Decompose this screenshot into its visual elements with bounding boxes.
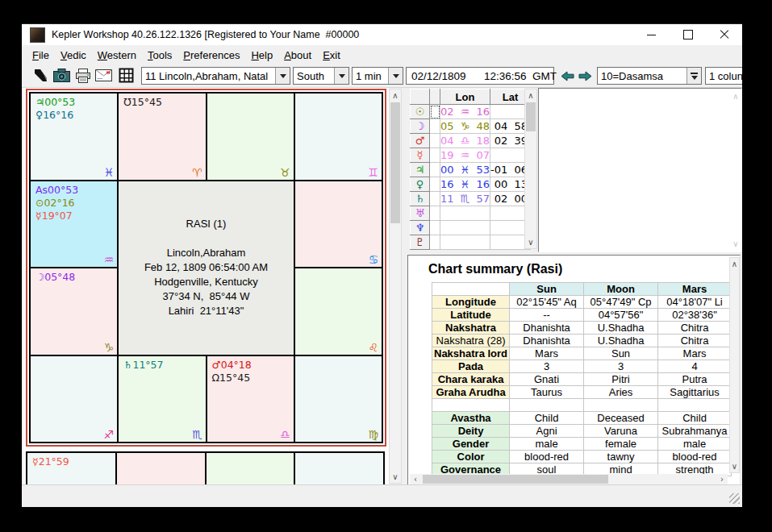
scroll-down-icon[interactable]: ∨ — [390, 471, 401, 483]
mercury-icon[interactable]: ☿ — [411, 148, 430, 163]
chart-info-line: Feb 12, 1809 06:54:00 AM — [144, 260, 268, 275]
scroll-down-icon[interactable]: ∨ — [730, 238, 741, 250]
grid-view-button[interactable] — [117, 66, 136, 85]
select-cell[interactable] — [430, 206, 440, 221]
summary-value-cell: Aries — [584, 386, 658, 399]
varga-select-dropdown-button[interactable] — [686, 68, 701, 84]
sun-icon[interactable]: ☉ — [411, 105, 430, 119]
scroll-down-icon[interactable]: ∨ — [730, 460, 739, 472]
select-cell[interactable] — [430, 235, 440, 250]
style-select[interactable]: South — [293, 67, 349, 85]
varga-select[interactable]: 10=Dasamsa — [597, 67, 702, 85]
lon-cell[interactable]: 04 ♎ 18 — [440, 134, 490, 148]
resize-grip-icon[interactable] — [729, 493, 740, 504]
menu-exit[interactable]: Exit — [317, 47, 346, 64]
select-cell[interactable] — [430, 192, 440, 206]
step-back-button[interactable] — [559, 68, 575, 84]
lon-cell[interactable]: 16 ♓ 16 — [440, 177, 490, 192]
menu-about[interactable]: About — [278, 47, 317, 64]
select-cell[interactable] — [430, 177, 440, 192]
email-button[interactable] — [94, 66, 113, 85]
scrollbar-thumb[interactable] — [526, 102, 536, 131]
neptune-icon[interactable]: ♆ — [411, 221, 430, 235]
mars-icon[interactable]: ♂ — [411, 134, 430, 148]
lon-cell[interactable]: 00 ♓ 53 — [440, 163, 490, 177]
print-button[interactable] — [73, 66, 92, 85]
planet-position: ℧15°45 — [123, 96, 205, 109]
maximize-button[interactable] — [670, 24, 706, 45]
summary-hscrollbar[interactable]: ‹ › — [410, 474, 728, 484]
chart-panel-scrollbar[interactable]: ∧ ∨ — [389, 89, 402, 484]
jupiter-icon[interactable]: ♃ — [411, 163, 430, 177]
uranus-icon[interactable]: ♅ — [411, 206, 430, 221]
menu-western[interactable]: Western — [92, 47, 142, 64]
lon-cell[interactable] — [440, 206, 490, 221]
summary-row-label: Nakshatra (28) — [432, 335, 510, 347]
summary-value-cell: Gnati — [510, 373, 584, 386]
menu-vedic[interactable]: Vedic — [55, 47, 92, 64]
scrollbar-thumb[interactable] — [390, 102, 400, 223]
lon-cell[interactable]: 05 ♑ 48 — [440, 119, 490, 134]
scroll-up-icon[interactable]: ∧ — [730, 258, 739, 270]
menu-file[interactable]: File — [27, 47, 55, 64]
summary-row-label: Nakshatra lord — [432, 347, 510, 360]
lon-cell[interactable]: 02 ♒ 16 — [440, 105, 490, 119]
house-libra: ♂04°18Ω15°45♎ — [207, 356, 294, 443]
saturn-icon[interactable]: ♄ — [411, 192, 430, 206]
datetime-field[interactable]: 02/12/1809 12:36:56 GMT — [406, 67, 554, 85]
planet-table-header: Lon — [440, 89, 490, 105]
close-icon — [720, 30, 729, 39]
house-aries: ℧15°45♈ — [119, 94, 205, 180]
lon-cell[interactable] — [440, 235, 490, 250]
chart-select-dropdown-button[interactable] — [275, 68, 290, 84]
sagittarius-sign-icon: ♐ — [104, 428, 115, 441]
scroll-right-icon[interactable]: › — [716, 473, 728, 485]
step-select[interactable]: 1 min — [352, 67, 403, 85]
select-cell[interactable] — [430, 221, 440, 235]
close-button[interactable] — [706, 24, 742, 45]
house-taurus: ♉ — [207, 94, 294, 180]
summary-row: Colorblood-redtawnyblood-red — [432, 451, 732, 463]
planet-row-neptune: ♆ — [411, 221, 531, 235]
planet-table-scrollbar[interactable]: ∧ ∨ — [524, 89, 537, 249]
venus-icon[interactable]: ♀ — [411, 177, 430, 192]
summary-row: Nakshatra lordMarsSunMars — [432, 347, 732, 360]
menu-help[interactable]: Help — [245, 47, 278, 64]
menu-preferences[interactable]: Preferences — [177, 47, 245, 64]
pisces-sign-icon: ♓ — [104, 166, 115, 179]
minimize-button[interactable] — [633, 24, 670, 45]
select-cell[interactable] — [430, 119, 440, 134]
camera-button[interactable] — [52, 66, 71, 85]
summary-col-sun: Sun — [510, 283, 584, 296]
chart-select[interactable]: 11 Lincoln,Abraham, Natal — [141, 67, 290, 85]
lon-cell[interactable]: 11 ♏ 57 — [440, 192, 490, 206]
select-cell[interactable] — [430, 134, 440, 148]
summary-vscrollbar[interactable]: ∧ ∨ — [729, 257, 740, 473]
scroll-up-icon[interactable]: ∧ — [525, 89, 536, 102]
lon-cell[interactable] — [440, 221, 490, 235]
summary-spacer-row — [432, 399, 732, 412]
taurus-sign-icon: ♉ — [280, 166, 290, 179]
draw-pen-button[interactable] — [31, 66, 50, 85]
lon-cell[interactable]: 19 ♒ 07 — [440, 148, 490, 163]
select-cell[interactable] — [430, 105, 440, 119]
select-cell[interactable] — [430, 163, 440, 177]
step-select-dropdown-button[interactable] — [388, 68, 403, 84]
step-forward-button[interactable] — [577, 68, 593, 84]
planet-position: ♀16°16 — [35, 109, 117, 122]
columns-select[interactable]: 1 colun — [705, 67, 742, 85]
printer-icon — [75, 69, 91, 83]
menu-bar: FileVedicWesternToolsPreferencesHelpAbou… — [22, 45, 742, 64]
scroll-up-icon[interactable]: ∧ — [730, 90, 741, 102]
pluto-icon[interactable]: ♇ — [411, 235, 430, 250]
style-select-dropdown-button[interactable] — [334, 68, 348, 84]
scrollbar-thumb[interactable] — [423, 475, 608, 484]
moon-icon[interactable]: ☽ — [411, 119, 430, 134]
select-cell[interactable] — [430, 148, 440, 163]
chart-summary-title: Chart summary (Rasi) — [428, 262, 562, 276]
scroll-up-icon[interactable]: ∧ — [390, 89, 401, 102]
scroll-down-icon[interactable]: ∨ — [525, 236, 536, 248]
scroll-left-icon[interactable]: ‹ — [410, 473, 421, 485]
next-chart-cell — [117, 453, 205, 485]
menu-tools[interactable]: Tools — [142, 47, 177, 64]
